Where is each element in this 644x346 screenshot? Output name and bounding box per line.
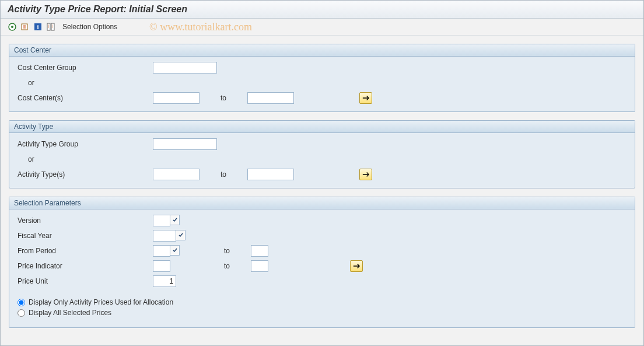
input-fiscal-year[interactable] — [153, 230, 176, 242]
multiple-selection-cost-center-button[interactable] — [359, 92, 372, 104]
radio-all-prices[interactable] — [18, 309, 25, 317]
group-title-activity-type: Activity Type — [9, 121, 635, 133]
required-icon — [170, 245, 180, 256]
group-title-cost-center: Cost Center — [9, 44, 635, 57]
multiple-selection-activity-type-button[interactable] — [359, 169, 372, 180]
label-to: to — [203, 170, 244, 179]
multiple-selection-price-indicator-button[interactable] — [350, 260, 363, 272]
label-activity-type-group: Activity Type Group — [15, 140, 149, 148]
label-price-indicator: Price Indicator — [15, 262, 149, 270]
toolbar: i Selection Options © www.tutorialkart.c… — [1, 19, 643, 36]
label-cost-centers: Cost Center(s) — [15, 94, 149, 102]
group-activity-type: Activity Type Activity Type Group or Act… — [9, 120, 635, 188]
svg-point-1 — [11, 26, 13, 28]
input-version[interactable] — [153, 215, 170, 226]
required-icon — [170, 215, 180, 225]
input-price-indicator-to[interactable] — [251, 260, 268, 272]
group-cost-center: Cost Center Cost Center Group or Cost Ce… — [9, 44, 635, 112]
label-or: or — [15, 79, 149, 87]
input-cost-center-group[interactable] — [153, 62, 217, 74]
execute-icon[interactable] — [8, 22, 17, 32]
page-title: Activity Type Price Report: Initial Scre… — [1, 1, 643, 19]
group-title-selection-parameters: Selection Parameters — [9, 197, 635, 209]
label-to: to — [206, 262, 247, 270]
input-cost-center-from[interactable] — [153, 92, 200, 104]
watermark: © www.tutorialkart.com — [149, 21, 252, 33]
radio-all-label: Display All Selected Prices — [29, 309, 111, 317]
input-price-unit[interactable] — [153, 275, 176, 287]
input-activity-type-group[interactable] — [153, 138, 217, 150]
selection-options-label[interactable]: Selection Options — [62, 23, 117, 31]
get-variant-icon[interactable] — [20, 22, 30, 32]
svg-rect-6 — [51, 23, 54, 30]
radio-allocation-label: Display Only Activity Prices Used for Al… — [29, 298, 173, 306]
label-version: Version — [15, 216, 149, 225]
input-from-period[interactable] — [153, 245, 170, 257]
input-activity-type-from[interactable] — [153, 169, 200, 180]
group-selection-parameters: Selection Parameters Version Fiscal Year — [9, 197, 635, 328]
input-cost-center-to[interactable] — [247, 92, 294, 104]
label-cost-center-group: Cost Center Group — [15, 64, 149, 72]
label-from-period: From Period — [15, 247, 149, 255]
info-icon[interactable]: i — [33, 22, 43, 32]
label-to: to — [203, 94, 244, 102]
data-source-icon[interactable] — [46, 22, 55, 32]
input-price-indicator-from[interactable] — [153, 260, 170, 272]
label-or: or — [15, 155, 149, 163]
label-fiscal-year: Fiscal Year — [15, 232, 149, 240]
svg-rect-5 — [47, 23, 50, 30]
input-activity-type-to[interactable] — [247, 169, 294, 180]
label-price-unit: Price Unit — [15, 277, 149, 285]
label-activity-types: Activity Type(s) — [15, 170, 149, 179]
required-icon — [176, 230, 186, 240]
label-to: to — [206, 247, 247, 255]
svg-text:i: i — [37, 23, 38, 30]
radio-allocation-prices[interactable] — [18, 299, 25, 306]
input-to-period[interactable] — [251, 245, 268, 257]
